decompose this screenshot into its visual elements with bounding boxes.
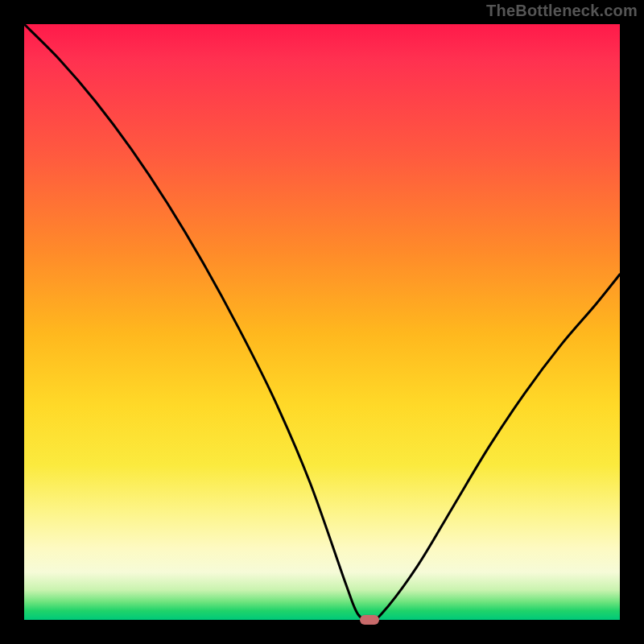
curve-svg xyxy=(24,24,620,620)
optimum-marker xyxy=(360,615,379,625)
bottleneck-curve-path xyxy=(24,24,620,621)
chart-frame: TheBottleneck.com xyxy=(0,0,644,644)
watermark-text: TheBottleneck.com xyxy=(486,2,638,20)
plot-area xyxy=(24,24,620,620)
